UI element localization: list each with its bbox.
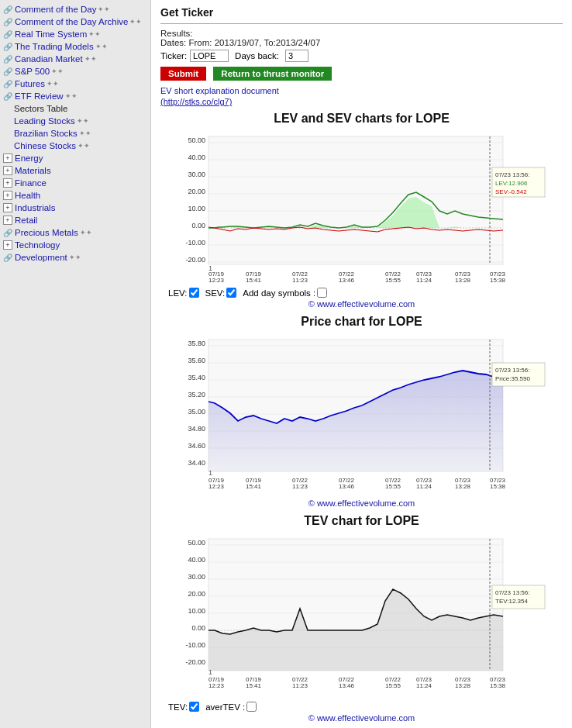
svg-text:30.00: 30.00 xyxy=(188,573,205,581)
chart1-legend: LEV: SEV: Add day symbols : xyxy=(168,288,563,298)
svg-text:-10.00: -10.00 xyxy=(185,641,205,649)
lev-checkbox[interactable] xyxy=(189,288,199,298)
svg-text:11:23: 11:23 xyxy=(291,277,308,284)
chart2-title: Price chart for LOPE xyxy=(160,315,563,329)
expand-icon[interactable]: + xyxy=(3,240,12,250)
sidebar-item-etf-review[interactable]: 🔗 ETF Review ✦✦ xyxy=(0,90,150,102)
svg-text:34.40: 34.40 xyxy=(188,459,205,467)
expand-icon[interactable]: + xyxy=(3,178,12,188)
sidebar-item-brazilian-stocks[interactable]: Brazilian Stocks ✦✦ xyxy=(0,127,150,140)
sidebar-item-chinese-stocks[interactable]: Chinese Stocks ✦✦ xyxy=(0,140,150,152)
page-title: Get Ticker xyxy=(160,6,563,19)
chart3-container: 50.00 40.00 30.00 20.00 10.00 0.00 -10.0… xyxy=(176,531,548,700)
lev-label: LEV: xyxy=(168,288,188,298)
chart3-copyright: © www.effectivevolume.com xyxy=(160,713,563,723)
sidebar-item-materials[interactable]: + Materials xyxy=(0,164,150,177)
link-icon: 🔗 xyxy=(3,67,12,76)
sidebar-item-development[interactable]: 🔗 Development ✦✦ xyxy=(0,251,150,264)
expand-icon[interactable]: + xyxy=(3,166,12,175)
svg-text:34.80: 34.80 xyxy=(188,425,205,433)
sidebar-label: Health xyxy=(15,191,40,200)
add-day-checkbox[interactable] xyxy=(317,288,327,298)
svg-text:Price:35.590: Price:35.590 xyxy=(495,375,530,382)
ev-short-link[interactable]: (http://stks.co/clg7) xyxy=(160,97,232,106)
sev-checkbox[interactable] xyxy=(226,288,236,298)
ev-short-label: EV short explanation document xyxy=(160,86,279,95)
sidebar-item-futures[interactable]: 🔗 Futures ✦✦ xyxy=(0,78,150,90)
chart2-copyright: © www.effectivevolume.com xyxy=(160,499,563,508)
sidebar-item-canadian-market[interactable]: 🔗 Canadian Market ✦✦ xyxy=(0,53,150,65)
sidebar-item-real-time[interactable]: 🔗 Real Time System ✦✦ xyxy=(0,28,150,40)
svg-text:1: 1 xyxy=(208,668,212,676)
aver-tev-checkbox[interactable] xyxy=(246,702,257,712)
return-button[interactable]: Return to thrust monitor xyxy=(213,67,332,81)
svg-text:15:41: 15:41 xyxy=(245,277,261,284)
svg-text:35.20: 35.20 xyxy=(188,391,205,399)
svg-text:TEV:12.354: TEV:12.354 xyxy=(495,598,529,605)
chart2-section: Price chart for LOPE 35.80 35.60 35.40 3… xyxy=(160,315,563,508)
sidebar-label: Leading Stocks xyxy=(14,116,75,126)
sidebar-label: Finance xyxy=(15,178,47,188)
svg-text:13:28: 13:28 xyxy=(454,277,470,284)
sidebar-item-health[interactable]: + Health xyxy=(0,189,150,202)
sidebar-label: Real Time System xyxy=(15,29,87,39)
svg-text:SEV:-0.542: SEV:-0.542 xyxy=(495,188,527,195)
link-icon: 🔗 xyxy=(3,42,12,51)
link-icon: 🔗 xyxy=(3,5,12,14)
buttons-row: Submit Return to thrust monitor xyxy=(160,67,563,81)
add-day-label: Add day symbols : xyxy=(243,288,315,298)
svg-text:12:23: 12:23 xyxy=(208,483,224,490)
svg-text:20.00: 20.00 xyxy=(188,590,205,598)
chart3-section: TEV chart for LOPE 50.00 40.00 30.00 20.… xyxy=(160,514,563,723)
results-section: Results: Dates: From: 2013/19/07, To:201… xyxy=(160,29,563,62)
tev-checkbox[interactable] xyxy=(189,702,199,712)
expand-icon[interactable]: + xyxy=(3,191,12,200)
days-label: Days back: xyxy=(235,51,279,60)
ticker-row: Ticker: Days back: xyxy=(160,50,563,62)
sidebar-item-comment-day-archive[interactable]: 🔗 Comment of the Day Archive ✦✦ xyxy=(0,16,150,28)
sidebar-label: Chinese Stocks xyxy=(14,141,76,150)
link-icon: 🔗 xyxy=(3,228,12,237)
sidebar-item-comment-day[interactable]: 🔗 Comment of the Day ✦✦ xyxy=(0,3,150,16)
svg-text:LEV:12.906: LEV:12.906 xyxy=(495,180,528,187)
svg-text:15:55: 15:55 xyxy=(384,277,401,284)
chart1-section: LEV and SEV charts for LOPE 50.00 40.00 … xyxy=(160,112,563,309)
sidebar-label: Comment of the Day xyxy=(15,5,96,14)
svg-text:11:24: 11:24 xyxy=(415,682,432,689)
sidebar-item-precious-metals[interactable]: 🔗 Precious Metals ✦✦ xyxy=(0,226,150,239)
expand-icon[interactable]: + xyxy=(3,203,12,212)
svg-text:50.00: 50.00 xyxy=(188,136,205,144)
sidebar-label: Futures xyxy=(15,79,45,88)
submit-button[interactable]: Submit xyxy=(160,67,206,81)
tev-checkbox-row: TEV: xyxy=(168,702,199,712)
svg-text:50.00: 50.00 xyxy=(188,539,205,547)
expand-icon[interactable]: + xyxy=(3,216,12,225)
chart1-copyright: © www.effectivevolume.com xyxy=(160,299,563,309)
svg-text:1: 1 xyxy=(208,469,212,477)
sidebar-item-retail[interactable]: + Retail xyxy=(0,214,150,226)
sidebar-item-finance[interactable]: + Finance xyxy=(0,177,150,189)
svg-text:35.00: 35.00 xyxy=(188,408,205,416)
sidebar-item-industrials[interactable]: + Industrials xyxy=(0,202,150,214)
sidebar-item-trading-models[interactable]: 🔗 The Trading Models ✦✦ xyxy=(0,40,150,53)
link-icon: 🔗 xyxy=(3,253,12,262)
svg-text:07/23 13:56:: 07/23 13:56: xyxy=(495,367,529,374)
svg-text:13:46: 13:46 xyxy=(338,277,354,284)
expand-icon[interactable]: + xyxy=(3,154,12,163)
svg-text:11:23: 11:23 xyxy=(291,483,308,490)
sidebar-item-leading-stocks[interactable]: Leading Stocks ✦✦ xyxy=(0,115,150,127)
sidebar-label: Industrials xyxy=(15,203,55,212)
ticker-input[interactable] xyxy=(190,50,229,62)
sidebar-item-technology[interactable]: + Technology xyxy=(0,239,150,251)
aver-tev-checkbox-row: averTEV : xyxy=(205,702,257,712)
svg-text:35.40: 35.40 xyxy=(188,374,205,381)
svg-text:10.00: 10.00 xyxy=(188,607,205,615)
sidebar-item-sp500[interactable]: 🔗 S&P 500 ✦✦ xyxy=(0,65,150,78)
chart1-svg: 50.00 40.00 30.00 20.00 10.00 0.00 -10.0… xyxy=(176,129,548,284)
sidebar-item-sectors-table[interactable]: Sectors Table xyxy=(0,102,150,115)
dates-text: Dates: From: 2013/19/07, To:2013/24/07 xyxy=(160,38,563,47)
sidebar-label: Canadian Market xyxy=(15,54,83,64)
chart3-legend: TEV: averTEV : xyxy=(168,702,563,712)
days-input[interactable] xyxy=(285,50,308,62)
sidebar-item-energy[interactable]: + Energy xyxy=(0,152,150,164)
